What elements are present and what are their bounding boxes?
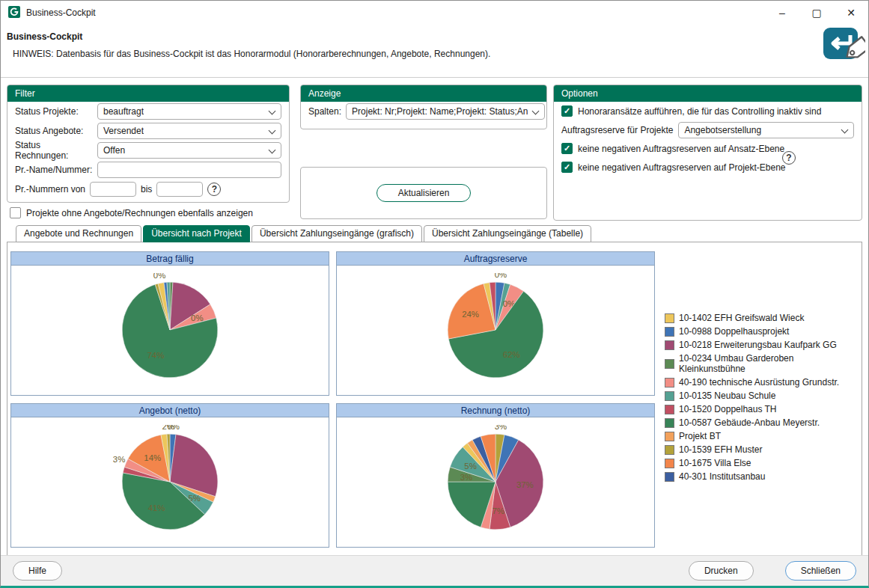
hilfe-button[interactable]: Hilfe — [13, 561, 62, 581]
pie-chart: 0%0%62%24% — [439, 273, 552, 387]
pie-slice-label: 74% — [147, 351, 165, 360]
tab-0[interactable]: Angebote und Rechnungen — [16, 225, 141, 242]
pr-nummern-von-label: Pr.-Nummern von — [15, 184, 85, 195]
projekt-ebene-label: keine negativen Auftragsreserven auf Pro… — [578, 162, 786, 173]
maximize-button[interactable]: ▢ — [799, 1, 834, 25]
chart-panel-auftragsreserve: Auftragsreserve 0%0%62%24% — [336, 251, 655, 396]
spalten-select[interactable]: Projekt: Nr;Projekt: Name;Projekt: Statu… — [346, 103, 545, 120]
pie-slice-label: 5% — [464, 462, 476, 471]
legend-label: 10-1539 EFH Muster — [679, 444, 762, 455]
chevron-down-icon — [269, 108, 276, 115]
legend-item: 10-0218 Erweiterungsbau Kaufpark GG — [665, 340, 862, 350]
projekte-ohne-checkbox[interactable] — [10, 207, 21, 218]
legend-label: 10-0587 Gebäude-Anbau Meyerstr. — [679, 417, 820, 428]
legend-label: 10-1520 Doppelhaus TH — [679, 404, 777, 414]
legend-item: 10-1675 Villa Else — [665, 458, 862, 468]
return-tag-icon — [820, 26, 865, 78]
pie-slice-label: 0% — [191, 313, 203, 322]
pie-slice-label: 0% — [495, 273, 507, 279]
chevron-down-icon — [841, 126, 849, 133]
status-angebote-select[interactable]: Versendet — [97, 123, 281, 139]
business-cockpit-window: Business-Cockpit – ▢ ✕ Business-Cockpit … — [0, 0, 869, 588]
projekt-ebene-checkbox[interactable] — [561, 162, 573, 173]
anzeige-panel: Anzeige Spalten: Projekt: Nr;Projekt: Na… — [300, 85, 547, 129]
pie-slice-label: 3% — [495, 425, 507, 431]
pie-slice-label: 7% — [492, 506, 504, 515]
chart-panel-betrag-faellig: Betrag fällig 0%74%0% — [10, 251, 329, 396]
aktualisieren-button[interactable]: Aktualisieren — [376, 184, 472, 202]
legend-label: 10-0988 Doppelhausprojekt — [679, 326, 789, 337]
honoraransaetze-checkbox[interactable] — [561, 105, 573, 117]
help-icon[interactable]: ? — [207, 183, 221, 196]
pie-slice-label: 14% — [144, 453, 161, 462]
chart-body: 0%5%41%3%14%2% — [11, 417, 329, 546]
legend-swatch — [665, 405, 674, 414]
projekte-ohne-label: Projekte ohne Angebote/Rechnungen ebenfa… — [26, 208, 253, 218]
footer: Hilfe Drucken Schließen — [1, 555, 868, 586]
pie-chart: 0%74%0% — [113, 273, 227, 387]
legend-item: Projekt BT — [665, 431, 862, 441]
minimize-button[interactable]: – — [765, 1, 799, 25]
legend-item: 40-301 Institutsanbau — [665, 471, 862, 482]
chart-title: Auftragsreserve — [337, 252, 654, 266]
status-projekte-select[interactable]: beauftragt — [97, 103, 281, 120]
legend-swatch — [665, 391, 674, 401]
filter-checkbox-row: Projekte ohne Angebote/Rechnungen ebenfa… — [10, 207, 253, 218]
chart-body: 0%0%62%24% — [337, 266, 654, 394]
legend-swatch — [665, 459, 674, 468]
tabbar: Angebote und RechnungenÜbersicht nach Pr… — [16, 225, 593, 242]
legend-item: 10-1539 EFH Muster — [665, 444, 862, 455]
panels-section: Filter Status Projekte: beauftragt Statu… — [7, 85, 862, 224]
tab-2[interactable]: Übersicht Zahlungseingänge (grafisch) — [251, 225, 422, 242]
ansatz-ebene-checkbox[interactable] — [561, 143, 573, 154]
schliessen-button[interactable]: Schließen — [785, 561, 856, 581]
chevron-down-icon — [269, 147, 276, 154]
close-button[interactable]: ✕ — [834, 1, 868, 25]
chart-legend: 10-1402 EFH Greifswald Wieck10-0988 Dopp… — [665, 313, 862, 485]
window-title: Business-Cockpit — [26, 7, 96, 18]
tab-3[interactable]: Übersicht Zahlungseingänge (Tabelle) — [424, 225, 591, 242]
legend-swatch — [665, 313, 674, 323]
auftragsreserve-select[interactable]: Angebotserstellung — [678, 122, 854, 138]
refresh-box: Aktualisieren — [300, 167, 547, 219]
anzeige-panel-header: Anzeige — [301, 85, 546, 102]
legend-label: 40-190 technische Ausrüstung Grundstr. — [679, 377, 839, 388]
filter-panel: Filter Status Projekte: beauftragt Statu… — [7, 85, 290, 203]
bis-label: bis — [141, 184, 152, 195]
legend-swatch — [665, 340, 674, 350]
hint-text: HINWEIS: Datenbasis für das Business-Coc… — [13, 49, 490, 59]
chevron-down-icon — [269, 127, 276, 135]
pie-slice-label: 37% — [516, 480, 534, 489]
chart-panel-angebot-netto: Angebot (netto) 0%5%41%3%14%2% — [10, 403, 329, 548]
legend-item: 10-1520 Doppelhaus TH — [665, 404, 862, 414]
legend-swatch — [665, 327, 674, 337]
app-logo-icon — [8, 6, 20, 20]
titlebar: Business-Cockpit – ▢ ✕ — [1, 1, 868, 25]
pr-nummer-bis-input[interactable] — [156, 182, 203, 197]
filter-panel-header: Filter — [7, 85, 289, 102]
honoraransaetze-label: Honoraransätze aufführen, die für das Co… — [578, 106, 821, 117]
pr-name-nummer-input[interactable] — [97, 162, 281, 178]
tab-1[interactable]: Übersicht nach Projekt — [143, 225, 250, 242]
chart-body: 3%37%7%3%5% — [337, 417, 654, 546]
pie-slice-label: 24% — [462, 310, 479, 319]
chart-panel-rechnung-netto: Rechnung (netto) 3%37%7%3%5% — [336, 403, 655, 548]
pie-slice-label: 0% — [153, 273, 165, 280]
status-angebote-label: Status Angebote: — [15, 126, 93, 136]
spalten-label: Spalten: — [308, 106, 341, 117]
pr-nummer-von-input[interactable] — [90, 182, 136, 197]
pie-slice-label: 62% — [503, 350, 520, 359]
legend-swatch — [665, 378, 674, 388]
legend-swatch — [665, 418, 674, 428]
chevron-down-icon — [532, 108, 540, 115]
legend-item: 10-0587 Gebäude-Anbau Meyerstr. — [665, 417, 862, 428]
status-projekte-label: Status Projekte: — [15, 106, 93, 117]
legend-label: 10-1675 Villa Else — [679, 458, 751, 468]
status-rechnungen-select[interactable]: Offen — [97, 142, 281, 159]
help-icon[interactable]: ? — [782, 151, 796, 165]
legend-item: 10-0234 Umbau Garderoben Kleinkunstbühne — [665, 353, 862, 374]
chart-title: Betrag fällig — [11, 252, 329, 266]
legend-label: Projekt BT — [679, 431, 721, 441]
drucken-button[interactable]: Drucken — [689, 561, 754, 581]
optionen-panel: Optionen Honoraransätze aufführen, die f… — [553, 85, 862, 221]
